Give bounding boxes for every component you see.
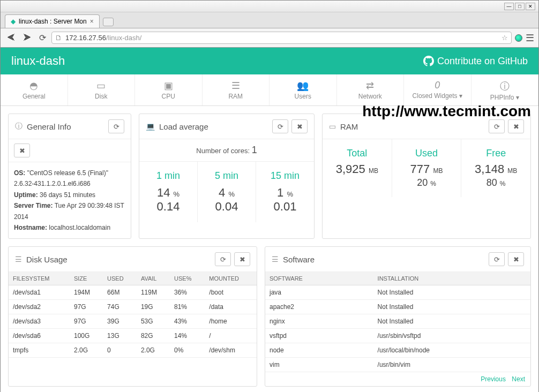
laptop-icon: 💻 [146, 122, 155, 131]
nav-network[interactable]: ⇄Network [337, 74, 405, 105]
col-avail[interactable]: AVAIL [137, 272, 170, 285]
nav-ram-label: RAM [228, 93, 243, 100]
table-row: /dev/sda397G39G53G43%/home [9, 314, 257, 329]
github-icon [423, 56, 434, 66]
app-header: linux-dash Contribute on GitHub [1, 48, 538, 74]
cell: nginx [265, 314, 373, 329]
window-close-button[interactable]: ✕ [526, 3, 535, 10]
col-used[interactable]: USED [103, 272, 137, 285]
page-icon: 🗋 [55, 34, 62, 42]
browser-tab[interactable]: ◆ linux-dash : Server Mon × [5, 14, 100, 28]
bookmark-star-icon[interactable]: ☆ [501, 34, 508, 42]
tab-close-icon[interactable]: × [90, 18, 94, 25]
nav-users[interactable]: 👥Users [270, 74, 337, 105]
cell: 97G [70, 300, 103, 314]
col-installation[interactable]: INSTALLATION [373, 272, 530, 285]
general-info-title: General Info [27, 122, 71, 131]
pager-previous[interactable]: Previous [481, 375, 506, 383]
ram-used-label: Used [392, 148, 461, 159]
close-button[interactable]: ✖ [291, 119, 308, 133]
load-time-label: 1 min [139, 170, 197, 182]
disk-usage-title: Disk Usage [26, 255, 68, 264]
cell: /dev/sda6 [9, 329, 70, 343]
refresh-button[interactable]: ⟳ [489, 252, 505, 266]
ram-icon: ▭ [329, 122, 336, 131]
cell: 2.0G [137, 343, 170, 358]
nav-ram[interactable]: ☰RAM [203, 74, 270, 105]
os-label: OS: [14, 169, 25, 177]
new-tab-button[interactable] [103, 18, 114, 26]
nav-closed-widgets[interactable]: 0Closed Widgets ▾ [404, 74, 471, 105]
load-value: 0.01 [256, 200, 314, 214]
close-button[interactable]: ✖ [234, 252, 250, 266]
col-filesystem[interactable]: FILESYSTEM [9, 272, 70, 285]
extension-icon[interactable] [515, 34, 522, 42]
cell: /dev/sda3 [9, 314, 70, 329]
table-row: tmpfs2.0G02.0G0%/dev/shm [9, 343, 257, 358]
cell: Not Installed [373, 300, 530, 314]
nav-general[interactable]: ◓General [1, 74, 68, 105]
refresh-button[interactable]: ⟳ [272, 119, 288, 133]
disk-icon: ▭ [68, 80, 135, 92]
network-icon: ⇄ [337, 80, 404, 92]
nav-disk[interactable]: ▭Disk [68, 74, 136, 105]
ram-unit: MB [507, 167, 517, 175]
close-button[interactable]: ✖ [508, 252, 524, 266]
table-row: apache2Not Installed [265, 300, 530, 314]
forward-button[interactable]: ⮞ [21, 31, 34, 45]
cell: 66M [103, 285, 137, 300]
cell: vsftpd [265, 329, 373, 343]
hostname-label: Hostname: [14, 224, 47, 231]
cell: Not Installed [373, 314, 530, 329]
chevron-down-icon: ▾ [459, 92, 462, 100]
nav-users-label: Users [295, 93, 311, 100]
refresh-button[interactable]: ⟳ [108, 119, 124, 133]
close-button[interactable]: ✖ [14, 144, 30, 157]
nav-closed-widgets-label: Closed Widgets [413, 92, 458, 100]
info-icon: ⓘ [15, 122, 23, 131]
address-bar[interactable]: 🗋 172.16.27.56/linux-dash/ ☆ [51, 32, 512, 44]
col-software[interactable]: SOFTWARE [265, 272, 373, 285]
github-link[interactable]: Contribute on GitHub [423, 56, 528, 67]
refresh-button[interactable]: ⟳ [489, 119, 505, 133]
nav-phpinfo[interactable]: ⓘPHPInfo ▾ [471, 74, 539, 105]
nav-general-label: General [23, 93, 46, 100]
tab-title: linux-dash : Server Mon [19, 18, 87, 25]
ram-free-label: Free [461, 148, 530, 159]
table-row: vsftpd/usr/sbin/vsftpd [265, 329, 530, 343]
software-panel: ☰ Software ⟳ ✖ SOFTWARE INSTALLATION jav… [265, 246, 531, 387]
cell: 53G [137, 314, 170, 329]
reload-button[interactable]: ⟳ [37, 31, 48, 45]
cell: /usr/sbin/vsftpd [373, 329, 530, 343]
cell: 74G [103, 300, 137, 314]
cell: /dev/sda1 [9, 285, 70, 300]
window-maximize-button[interactable]: □ [515, 3, 525, 10]
load-pct: 14 % [139, 186, 197, 200]
github-link-label: Contribute on GitHub [437, 56, 528, 67]
window-minimize-button[interactable]: — [504, 3, 514, 10]
cell: /usr/local/bin/node [373, 343, 530, 358]
cores-label: Number of cores: [196, 147, 250, 155]
load-time-label: 15 min [256, 170, 314, 182]
col-mounted[interactable]: MOUNTED [205, 272, 257, 285]
ram-unit: MB [369, 167, 378, 175]
table-row: nginxNot Installed [265, 314, 530, 329]
col-size[interactable]: SIZE [70, 272, 103, 285]
back-button[interactable]: ⮜ [5, 31, 18, 45]
cell: apache2 [265, 300, 373, 314]
close-button[interactable]: ✖ [508, 119, 524, 133]
table-row: /dev/sda1194M66M119M36%/boot [9, 285, 257, 300]
load-value: 0.14 [139, 200, 197, 214]
refresh-button[interactable]: ⟳ [215, 252, 231, 266]
nav-cpu[interactable]: ▣CPU [135, 74, 203, 105]
browser-menu-button[interactable]: ☰ [526, 32, 534, 44]
dashboard-icon: ◓ [1, 80, 68, 92]
cores-value: 1 [252, 145, 257, 155]
col-usepct[interactable]: USE% [170, 272, 205, 285]
pager-next[interactable]: Next [512, 375, 525, 383]
disk-usage-panel: ☰ Disk Usage ⟳ ✖ FILESYSTEM SIZE USED AV… [8, 246, 257, 387]
address-host: 172.16.27.56 [65, 34, 106, 42]
os-value: "CentOS release 6.5 (Final)" 2.6.32-431.… [14, 169, 108, 187]
general-info-panel: ⓘ General Info ⟳ ✖ OS: "CentOS release 6… [8, 114, 131, 239]
load-average-title: Load average [159, 122, 208, 131]
